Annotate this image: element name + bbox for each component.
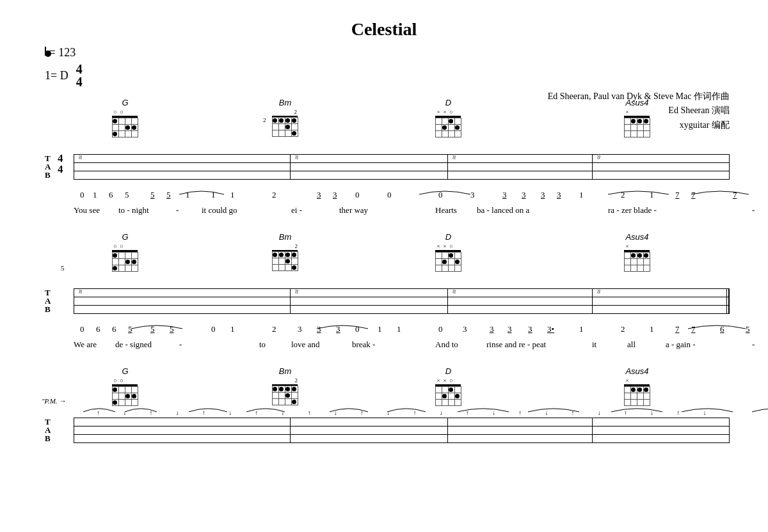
chord-g: G ○ ○	[112, 98, 138, 137]
strum-slurs	[74, 409, 730, 421]
lyric-could-go: it could go	[202, 205, 237, 215]
chord-asus4-3: Asus4 ×	[624, 366, 650, 406]
note-3d: 3	[502, 190, 507, 200]
chord-g-3: G ○ ○	[112, 366, 138, 406]
chord-g-2: G ○ ○	[112, 232, 138, 272]
note-7c: 7	[733, 190, 737, 200]
lyric-hearts: Hearts	[435, 205, 457, 215]
tempo-value: = 123	[49, 46, 76, 59]
lyric-either: ei -	[291, 205, 302, 215]
tempo-marking: = 123	[45, 46, 730, 59]
lyric-ther-way: ther way	[339, 205, 368, 215]
chord-d-name: D	[445, 98, 451, 107]
lyric-razor: ra - zer blade -	[608, 205, 657, 215]
note-1b: 1	[186, 190, 190, 200]
lyric-balanced: ba - lanced on a	[477, 205, 529, 215]
note-2b: 2	[621, 190, 625, 200]
time-sig: 4 4	[76, 63, 83, 88]
note-icon	[45, 48, 46, 58]
note-1d: 1	[230, 190, 235, 200]
pm-label: "P.M. →	[42, 397, 66, 405]
note-0c: 0	[387, 190, 392, 200]
note-5a: 5	[125, 190, 129, 200]
chord-bm-3: Bm 2	[272, 366, 298, 405]
measure-5-label: 5	[61, 264, 65, 272]
note-3f: 3	[541, 190, 545, 200]
chord-bm-name: Bm	[279, 98, 292, 107]
note-0b: 0	[355, 190, 360, 200]
chord-asus4: Asus4 ×	[624, 98, 650, 137]
lyric-tonight: to - night	[118, 205, 149, 215]
chord-d-3: D × × ○	[435, 366, 461, 406]
chord-asus4-2: Asus4 ×	[624, 232, 650, 272]
note-1c: 1	[211, 190, 216, 200]
chord-d: D × × ○	[435, 98, 461, 137]
chord-asus4-name: Asus4	[625, 98, 648, 107]
lyric-dash1: -	[176, 205, 179, 215]
chord-bm-2: Bm 2	[272, 232, 298, 271]
note-3g: 3	[557, 190, 561, 200]
page: Celestial = 123 1= D 4 4 Ed Sheeran, Pau…	[0, 0, 768, 532]
note-6: 6	[109, 190, 113, 200]
note-1: 1	[93, 190, 97, 200]
section-3: "P.M. → G ○ ○	[38, 366, 730, 443]
note-7b: 7	[691, 190, 696, 200]
key-text: 1= D	[45, 69, 68, 82]
chord-d-2: D × × ○	[435, 232, 461, 272]
note-3c: 3	[470, 190, 475, 200]
song-title: Celestial	[38, 19, 730, 40]
note-5c: 5	[166, 190, 171, 200]
note-1e: 1	[579, 190, 584, 200]
note-5b: 5	[150, 190, 155, 200]
lyric-dash-end: -	[752, 205, 755, 215]
section-2: 5 G ○ ○	[38, 232, 730, 354]
note-3e: 3	[522, 190, 526, 200]
key-signature: 1= D 4 4	[45, 63, 730, 88]
lyric-you-see: You see	[74, 205, 100, 215]
note-3b: 3	[333, 190, 337, 200]
tab-staff-2: T A B ≈ ≈ ≈ ≈ — — — — — —	[74, 288, 730, 314]
slur-arc-1	[74, 185, 730, 205]
tab-staff-1: T A B 4 4 ≈ ≈	[74, 154, 730, 180]
note-3a: 3	[317, 190, 321, 200]
note-0d: 0	[438, 190, 443, 200]
note-7a: 7	[675, 190, 680, 200]
note-1f: 1	[650, 190, 654, 200]
section-1: G ○ ○	[38, 98, 730, 219]
chord-g-name: G	[122, 98, 128, 107]
note-0: 0	[80, 190, 84, 200]
chord-bm: Bm 2	[272, 98, 298, 137]
strum-staff: T A B ↑↓ ↑↓ ↑↓ ↑↓ ↑↓ ↑↓ ↑↓ ↑↓ ↑	[74, 418, 730, 443]
note-2a: 2	[272, 190, 276, 200]
